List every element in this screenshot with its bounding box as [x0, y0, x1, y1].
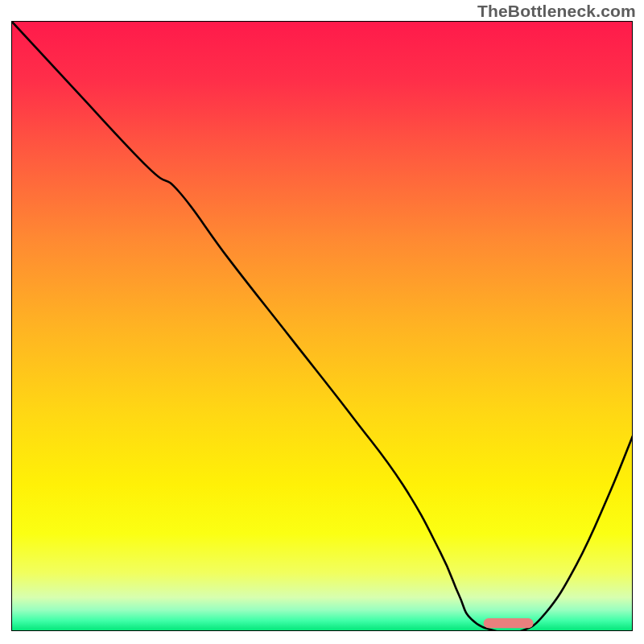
minimum-marker: [484, 618, 534, 628]
chart-container: TheBottleneck.com: [0, 0, 644, 644]
watermark: TheBottleneck.com: [477, 2, 636, 21]
chart-svg: [11, 21, 633, 631]
gradient-chart: [11, 21, 633, 631]
chart-background: [11, 21, 633, 631]
